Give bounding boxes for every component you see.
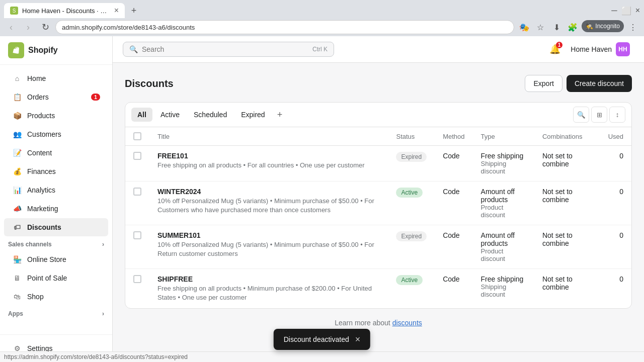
sidebar-item-label: Shop (27, 293, 44, 301)
learn-more-link[interactable]: discounts (392, 319, 422, 327)
minimize-button[interactable]: ─ (611, 6, 617, 15)
column-combinations: Combinations (534, 127, 600, 146)
status-badge: Active (396, 188, 423, 198)
refresh-button[interactable]: ↻ (38, 20, 52, 34)
discounts-table: Title Status Method Type Combinations Us… (125, 127, 631, 308)
row-checkbox[interactable] (133, 152, 141, 160)
tab-title: Home Haven - Discounts · Shop... (22, 7, 110, 15)
apps-section: Apps › (0, 306, 112, 319)
orders-icon: 📋 (12, 92, 22, 102)
discount-type-cell: Amount off products Product discount (473, 182, 534, 225)
discount-description: Free shipping on all products • Minimum … (157, 284, 380, 302)
new-tab-button[interactable]: + (127, 4, 141, 18)
tab-favicon: S (10, 7, 18, 15)
learn-more-section: Learn more about discounts (125, 309, 632, 337)
sidebar-item-label: Point of Sale (27, 274, 67, 282)
discount-used-cell: 0 (600, 146, 631, 182)
bookmark-button[interactable]: ☆ (533, 20, 547, 34)
store-switcher-button[interactable]: Home Haven HH (567, 40, 634, 58)
row-checkbox[interactable] (133, 275, 141, 283)
sidebar-item-label: Home (27, 74, 46, 82)
sidebar-item-discounts[interactable]: 🏷 Discounts (4, 218, 108, 236)
back-button[interactable]: ‹ (4, 20, 18, 34)
address-bar[interactable]: admin.shopify.com/store/de8143-a6/discou… (55, 20, 514, 34)
maximize-button[interactable]: ⬜ (621, 6, 631, 16)
forward-button[interactable]: › (21, 20, 35, 34)
search-table-button[interactable]: 🔍 (573, 107, 589, 123)
home-icon: ⌂ (12, 73, 22, 83)
tab-close-button[interactable]: × (114, 6, 119, 15)
discount-title: FREE101 (157, 152, 380, 160)
tab-all[interactable]: All (131, 108, 152, 122)
store-avatar: HH (616, 42, 630, 56)
app-layout: Shopify ⌂ Home 📋 Orders 1 📦 Products 👥 C… (0, 36, 644, 362)
active-tab[interactable]: S Home Haven - Discounts · Shop... × (4, 3, 125, 18)
notification-button[interactable]: 🔔 1 (549, 44, 560, 55)
sales-channels-section: Sales channels › (0, 237, 112, 250)
incognito-button[interactable]: 🕵 Incognito (582, 20, 624, 32)
row-checkbox[interactable] (133, 231, 141, 239)
table-row[interactable]: SHIPFREE Free shipping on all products •… (125, 269, 631, 309)
sidebar-item-label: Products (27, 112, 55, 120)
discount-combinations-cell: Not set to combine (534, 225, 600, 269)
shop-icon: 🛍 (12, 292, 22, 302)
discount-title: WINTER2024 (157, 188, 380, 196)
search-shortcut: Ctrl K (312, 46, 328, 53)
discount-title-cell[interactable]: SUMMER101 10% off Personalized Mug (5 va… (149, 225, 388, 269)
create-discount-button[interactable]: Create discount (567, 75, 632, 92)
status-badge: Active (396, 275, 423, 285)
sidebar-item-customers[interactable]: 👥 Customers (4, 125, 108, 143)
sidebar-item-point-of-sale[interactable]: 🖥 Point of Sale (4, 269, 108, 287)
search-bar[interactable]: 🔍 Ctrl K (123, 42, 334, 57)
sidebar-item-home[interactable]: ⌂ Home (4, 69, 108, 87)
cast-button[interactable]: 🎭 (517, 20, 531, 34)
toast-close-button[interactable]: × (355, 335, 361, 344)
search-input[interactable] (142, 45, 308, 53)
status-bar-url: https://admin.shopify.com/store/de8143-a… (4, 353, 188, 360)
discounts-card: All Active Scheduled Expired + 🔍 ⊞ ↕ (125, 102, 632, 309)
tab-scheduled[interactable]: Scheduled (188, 108, 233, 122)
discount-title-cell[interactable]: SHIPFREE Free shipping on all products •… (149, 269, 388, 309)
sidebar-item-analytics[interactable]: 📊 Analytics (4, 181, 108, 199)
table-row[interactable]: SUMMER101 10% off Personalized Mug (5 va… (125, 225, 631, 269)
sidebar-item-shop[interactable]: 🛍 Shop (4, 288, 108, 306)
sidebar-item-content[interactable]: 📝 Content (4, 144, 108, 162)
add-tab-button[interactable]: + (273, 108, 287, 122)
discounts-icon: 🏷 (12, 222, 22, 232)
table-row[interactable]: FREE101 Free shipping on all products • … (125, 146, 631, 182)
tab-expired[interactable]: Expired (235, 108, 271, 122)
discount-combinations-cell: Not set to combine (534, 269, 600, 309)
discount-description: Free shipping on all products • For all … (157, 161, 380, 170)
download-button[interactable]: ⬇ (549, 20, 564, 34)
table-row[interactable]: WINTER2024 10% off Personalized Mug (5 v… (125, 182, 631, 225)
sidebar-item-products[interactable]: 📦 Products (4, 107, 108, 125)
extension-button[interactable]: 🧩 (566, 20, 580, 34)
discount-method-cell: Code (435, 182, 472, 225)
export-button[interactable]: Export (525, 75, 562, 92)
top-bar: 🔍 Ctrl K 🔔 1 Home Haven HH (113, 36, 644, 63)
discount-status-cell: Active (388, 182, 435, 225)
row-checkbox[interactable] (133, 188, 141, 196)
discount-method-cell: Code (435, 269, 472, 309)
content-icon: 📝 (12, 148, 22, 158)
sidebar-item-label: Customers (27, 130, 61, 138)
products-icon: 📦 (12, 111, 22, 121)
filter-table-button[interactable]: ⊞ (591, 107, 607, 123)
type-line1: Amount off products (481, 188, 526, 204)
sidebar-item-marketing[interactable]: 📣 Marketing (4, 200, 108, 218)
page-content: Discounts Export Create discount All Act… (113, 63, 644, 349)
close-window-button[interactable]: × (635, 6, 640, 15)
select-all-checkbox[interactable] (133, 132, 141, 140)
discount-title-cell[interactable]: WINTER2024 10% off Personalized Mug (5 v… (149, 182, 388, 225)
discount-method-cell: Code (435, 146, 472, 182)
menu-button[interactable]: ⋮ (626, 20, 640, 34)
discount-title-cell[interactable]: FREE101 Free shipping on all products • … (149, 146, 388, 182)
sort-table-button[interactable]: ↕ (609, 107, 625, 123)
marketing-icon: 📣 (12, 204, 22, 214)
toast-notification: Discount deactivated × (274, 329, 370, 350)
sidebar-header: Shopify (0, 36, 112, 65)
sidebar-item-finances[interactable]: 💰 Finances (4, 162, 108, 180)
tab-active[interactable]: Active (154, 108, 186, 122)
sidebar-item-orders[interactable]: 📋 Orders 1 (4, 88, 108, 106)
sidebar-item-online-store[interactable]: 🏪 Online Store (4, 250, 108, 268)
